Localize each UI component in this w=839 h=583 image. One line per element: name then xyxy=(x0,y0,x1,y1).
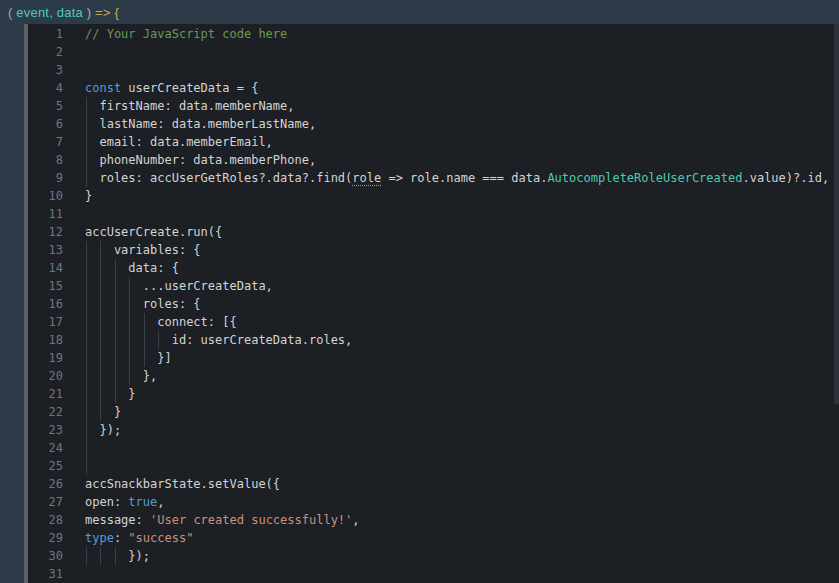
indent-guide xyxy=(115,259,116,277)
code-editor-panel: ( event, data ) => { 1// Your JavaScript… xyxy=(0,0,839,583)
code-line[interactable]: 28message: 'User created successfully!', xyxy=(28,511,839,529)
indent-guide xyxy=(86,439,87,457)
code-line[interactable]: 30 }); xyxy=(28,547,839,565)
code-text xyxy=(63,565,839,583)
indent-guide xyxy=(100,259,101,277)
signature-part: ) xyxy=(83,5,95,20)
indent-guide xyxy=(86,349,87,367)
code-line[interactable]: 8 phoneNumber: data.memberPhone, xyxy=(28,151,839,169)
line-number: 6 xyxy=(28,115,63,133)
function-signature-bar: ( event, data ) => { xyxy=(0,0,839,24)
code-token: lastName: data.memberLastName, xyxy=(85,117,316,131)
indent-guide xyxy=(86,457,87,475)
code-line[interactable]: 6 lastName: data.memberLastName, xyxy=(28,115,839,133)
code-text: } xyxy=(63,187,839,205)
indent-guide xyxy=(115,313,116,331)
indent-guide xyxy=(129,367,130,385)
line-number: 21 xyxy=(28,385,63,403)
code-token: } xyxy=(85,189,92,203)
code-line[interactable]: 18 id: userCreateData.roles, xyxy=(28,331,839,349)
code-line[interactable]: 27open: true, xyxy=(28,493,839,511)
code-token: "success" xyxy=(128,531,193,545)
code-text: variables: { xyxy=(63,241,839,259)
indent-guide xyxy=(100,295,101,313)
line-number: 9 xyxy=(28,169,63,187)
line-number: 25 xyxy=(28,457,63,475)
code-token-hint-underlined: role xyxy=(352,171,381,185)
indent-guide xyxy=(86,295,87,313)
indent-guide xyxy=(115,547,116,565)
code-line[interactable]: 21 } xyxy=(28,385,839,403)
code-token: } xyxy=(85,405,121,419)
indent-guide xyxy=(86,133,87,151)
code-token: }, xyxy=(85,369,157,383)
code-line[interactable]: 10} xyxy=(28,187,839,205)
code-line[interactable]: 24 xyxy=(28,439,839,457)
editor-main-area: 1// Your JavaScript code here234const us… xyxy=(0,24,839,583)
code-token: roles: accUserGetRoles?.data?.find( xyxy=(85,171,352,185)
code-line[interactable]: 31 xyxy=(28,565,839,583)
indent-guide xyxy=(115,367,116,385)
indent-guide xyxy=(144,349,145,367)
code-token: // Your JavaScript code here xyxy=(85,27,287,41)
indent-guide xyxy=(129,277,130,295)
code-line[interactable]: 26accSnackbarState.setValue({ xyxy=(28,475,839,493)
code-line[interactable]: 13 variables: { xyxy=(28,241,839,259)
code-line[interactable]: 15 ...userCreateData, xyxy=(28,277,839,295)
code-line[interactable]: 11 xyxy=(28,205,839,223)
line-number: 14 xyxy=(28,259,63,277)
indent-guide xyxy=(100,547,101,565)
code-line[interactable]: 23 }); xyxy=(28,421,839,439)
code-token: accSnackbarState.setValue({ xyxy=(85,477,280,491)
code-line[interactable]: 16 roles: { xyxy=(28,295,839,313)
code-line[interactable]: 2 xyxy=(28,43,839,61)
code-line[interactable]: 12accUserCreate.run({ xyxy=(28,223,839,241)
code-line[interactable]: 19 }] xyxy=(28,349,839,367)
code-line[interactable]: 20 }, xyxy=(28,367,839,385)
code-text: roles: { xyxy=(63,295,839,313)
code-token: , xyxy=(157,495,164,509)
code-line[interactable]: 9 roles: accUserGetRoles?.data?.find(rol… xyxy=(28,169,839,187)
code-editor[interactable]: 1// Your JavaScript code here234const us… xyxy=(28,24,839,583)
code-line[interactable]: 7 email: data.memberEmail, xyxy=(28,133,839,151)
line-number: 3 xyxy=(28,61,63,79)
code-line[interactable]: 5 firstName: data.memberName, xyxy=(28,97,839,115)
code-line[interactable]: 14 data: { xyxy=(28,259,839,277)
code-text: }, xyxy=(63,367,839,385)
code-token: => role.name === data. xyxy=(381,171,547,185)
code-token: .value)?.id, xyxy=(742,171,829,185)
code-token: connect: [{ xyxy=(85,315,237,329)
line-number: 8 xyxy=(28,151,63,169)
panel-left-margin xyxy=(0,24,24,583)
code-text xyxy=(63,205,839,223)
code-line[interactable]: 3 xyxy=(28,61,839,79)
line-number: 26 xyxy=(28,475,63,493)
indent-guide xyxy=(115,349,116,367)
indent-guide xyxy=(129,331,130,349)
indent-guide xyxy=(100,403,101,421)
indent-guide xyxy=(115,331,116,349)
code-line[interactable]: 29type: "success" xyxy=(28,529,839,547)
code-line[interactable]: 17 connect: [{ xyxy=(28,313,839,331)
code-token: firstName: data.memberName, xyxy=(85,99,295,113)
signature-part: event, data xyxy=(16,5,83,20)
code-token: ...userCreateData, xyxy=(85,279,273,293)
code-text: const userCreateData = { xyxy=(63,79,839,97)
indent-guide xyxy=(129,313,130,331)
code-line[interactable]: 1// Your JavaScript code here xyxy=(28,25,839,43)
code-text: roles: accUserGetRoles?.data?.find(role … xyxy=(63,169,839,187)
indent-guide xyxy=(86,277,87,295)
code-token: id: userCreateData.roles, xyxy=(85,333,352,347)
line-number: 30 xyxy=(28,547,63,565)
code-line[interactable]: 25 xyxy=(28,457,839,475)
code-token: }); xyxy=(85,549,150,563)
line-number: 11 xyxy=(28,205,63,223)
code-text: connect: [{ xyxy=(63,313,839,331)
indent-guide xyxy=(100,331,101,349)
scrollbar-thumb[interactable] xyxy=(834,24,839,404)
indent-guide xyxy=(129,349,130,367)
code-line[interactable]: 22 } xyxy=(28,403,839,421)
indent-guide xyxy=(86,367,87,385)
code-token: roles: { xyxy=(85,297,201,311)
code-line[interactable]: 4const userCreateData = { xyxy=(28,79,839,97)
